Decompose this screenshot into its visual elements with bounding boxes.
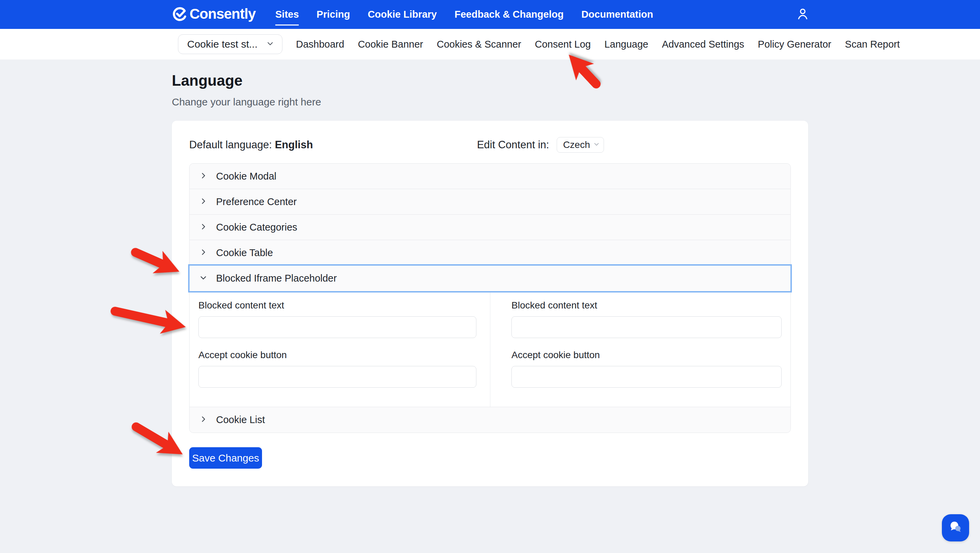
- edit-content-group: Edit Content in: Czech: [477, 137, 604, 153]
- app-screen: Consently Sites Pricing Cookie Library F…: [0, 0, 980, 553]
- site-tabs: Dashboard Cookie Banner Cookies & Scanne…: [296, 39, 900, 50]
- section-label: Cookie List: [216, 414, 265, 426]
- blocked-content-text-input-left[interactable]: [198, 316, 476, 338]
- blocked-iframe-panel: Blocked content text Accept cookie butto…: [189, 291, 791, 407]
- section-cookie-list[interactable]: Cookie List: [189, 407, 791, 432]
- accept-cookie-button-input-right[interactable]: [511, 366, 782, 388]
- card-header: Default language: English Edit Content i…: [189, 137, 604, 153]
- page-subtitle: Change your language right here: [172, 96, 321, 108]
- tab-language[interactable]: Language: [605, 39, 648, 50]
- nav-item-cookie-library[interactable]: Cookie Library: [368, 9, 437, 20]
- save-changes-button[interactable]: Save Changes: [189, 447, 262, 469]
- section-label: Blocked Iframe Placeholder: [216, 273, 337, 284]
- tab-scan-report[interactable]: Scan Report: [845, 39, 900, 50]
- chat-widget-button[interactable]: [942, 514, 969, 542]
- chat-bubble-icon: [947, 518, 964, 537]
- top-bar: Consently Sites Pricing Cookie Library F…: [0, 0, 980, 29]
- chevron-right-icon: [199, 222, 208, 233]
- section-cookie-table[interactable]: Cookie Table: [189, 240, 791, 265]
- panel-column-left: Blocked content text Accept cookie butto…: [189, 291, 490, 407]
- site-selector-dropdown[interactable]: Cookie test st...: [178, 34, 282, 54]
- blocked-content-text-label: Blocked content text: [511, 300, 782, 311]
- accept-cookie-button-label: Accept cookie button: [511, 350, 782, 361]
- consently-logo[interactable]: Consently: [172, 6, 256, 23]
- chevron-down-icon: [593, 140, 600, 149]
- nav-item-documentation[interactable]: Documentation: [581, 9, 653, 20]
- default-language-label: Default language:: [189, 139, 272, 151]
- chevron-right-icon: [199, 197, 208, 207]
- top-navigation: Sites Pricing Cookie Library Feedback & …: [275, 9, 653, 20]
- tab-policy-generator[interactable]: Policy Generator: [758, 39, 831, 50]
- tab-cookies-scanner[interactable]: Cookies & Scanner: [437, 39, 521, 50]
- logo-wordmark: Consently: [189, 7, 256, 21]
- language-settings-card: Default language: English Edit Content i…: [172, 121, 808, 486]
- user-icon: [795, 6, 811, 23]
- tab-consent-log[interactable]: Consent Log: [535, 39, 591, 50]
- edit-content-language-dropdown[interactable]: Czech: [557, 137, 604, 153]
- accept-cookie-button-label: Accept cookie button: [198, 350, 476, 361]
- default-language-value: English: [275, 139, 313, 151]
- chevron-down-icon: [266, 39, 275, 49]
- section-cookie-modal[interactable]: Cookie Modal: [189, 164, 791, 189]
- section-label: Cookie Table: [216, 247, 273, 259]
- tab-dashboard[interactable]: Dashboard: [296, 39, 344, 50]
- nav-item-sites[interactable]: Sites: [275, 9, 299, 20]
- page-title: Language: [172, 72, 243, 89]
- blocked-content-text-label: Blocked content text: [198, 300, 476, 311]
- user-account-button[interactable]: [795, 6, 811, 23]
- section-label: Cookie Modal: [216, 171, 276, 182]
- chevron-right-icon: [199, 248, 208, 258]
- section-label: Preference Center: [216, 196, 297, 207]
- nav-item-feedback-changelog[interactable]: Feedback & Changelog: [455, 9, 564, 20]
- default-language-text: Default language: English: [189, 139, 313, 151]
- blocked-content-text-input-right[interactable]: [511, 316, 782, 338]
- nav-item-pricing[interactable]: Pricing: [317, 9, 350, 20]
- chevron-right-icon: [199, 171, 208, 182]
- edit-content-label: Edit Content in:: [477, 139, 549, 151]
- section-preference-center[interactable]: Preference Center: [189, 189, 791, 215]
- section-cookie-categories[interactable]: Cookie Categories: [189, 215, 791, 240]
- site-sub-navigation: Cookie test st... Dashboard Cookie Banne…: [0, 29, 980, 59]
- accept-cookie-button-input-left[interactable]: [198, 366, 476, 388]
- panel-column-right: Blocked content text Accept cookie butto…: [490, 291, 791, 407]
- language-sections-accordion: Cookie Modal Preference Center Cookie Ca…: [189, 163, 791, 433]
- tab-cookie-banner[interactable]: Cookie Banner: [358, 39, 423, 50]
- section-blocked-iframe-placeholder[interactable]: Blocked Iframe Placeholder: [189, 265, 791, 291]
- chevron-down-icon: [199, 273, 208, 284]
- site-selector-value: Cookie test st...: [187, 38, 258, 50]
- logo-check-icon: [172, 6, 188, 23]
- section-label: Cookie Categories: [216, 222, 298, 233]
- tab-advanced-settings[interactable]: Advanced Settings: [662, 39, 744, 50]
- chevron-right-icon: [199, 415, 208, 425]
- edit-content-language-value: Czech: [563, 140, 590, 150]
